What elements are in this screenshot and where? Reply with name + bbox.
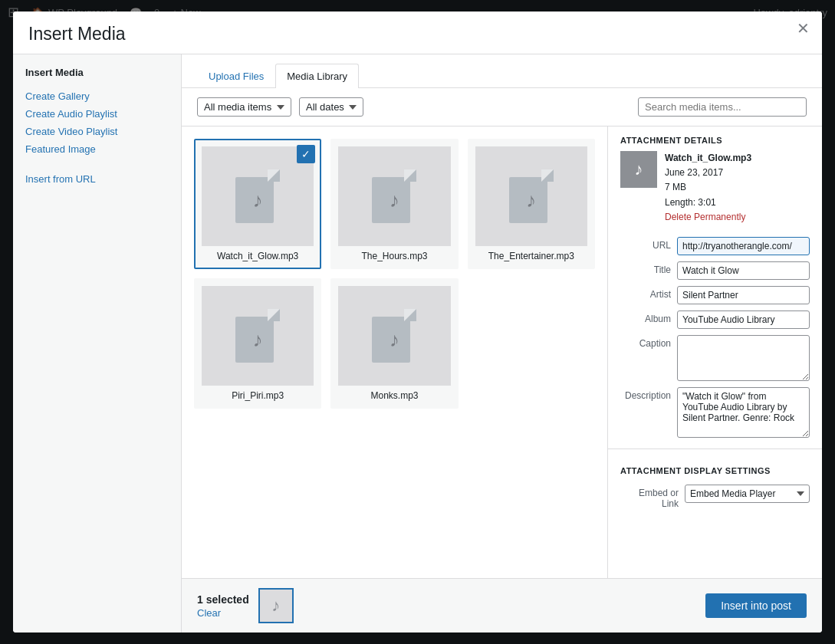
media-item-the-hours[interactable]: ♪ The_Hours.mp3 <box>330 139 458 269</box>
insert-into-post-button[interactable]: Insert into post <box>705 593 807 618</box>
insert-media-modal: Insert Media ✕ Insert Media Create Galle… <box>13 12 822 632</box>
clear-selection-link[interactable]: Clear <box>197 607 249 619</box>
artist-label: Artist <box>620 286 671 300</box>
file-icon: ♪ <box>509 169 554 223</box>
sidebar-item-create-video[interactable]: Create Video Playlist <box>13 123 181 140</box>
attachment-details-title: ATTACHMENT DETAILS <box>608 127 822 151</box>
delete-permanently-link[interactable]: Delete Permanently <box>665 212 745 222</box>
selected-checkmark: ✓ <box>297 145 315 163</box>
url-input[interactable] <box>677 237 810 255</box>
title-input[interactable] <box>677 261 810 280</box>
media-thumb-the-entertainer: ♪ <box>475 146 587 246</box>
media-item-monks[interactable]: ♪ Monks.mp3 <box>330 278 458 409</box>
attachment-music-icon: ♪ <box>635 159 643 179</box>
footer-music-note-icon: ♪ <box>271 596 280 616</box>
attachment-date: June 23, 2017 <box>665 166 751 180</box>
media-content: ✓ ♪ Watch_it_Glow.mp3 <box>182 127 822 578</box>
url-field-row: URL <box>608 234 822 258</box>
sidebar-item-create-audio[interactable]: Create Audio Playlist <box>13 105 181 123</box>
footer-selected-info: 1 selected Clear <box>197 593 249 619</box>
description-field-row: Description "Watch it Glow" from YouTube… <box>608 384 822 441</box>
media-item-piri-piri[interactable]: ♪ Piri_Piri.mp3 <box>194 278 321 409</box>
attachment-size: 7 MB <box>665 180 751 195</box>
modal-body: Insert Media Create Gallery Create Audio… <box>13 54 822 632</box>
attachment-filename: Watch_it_Glow.mp3 <box>665 151 751 166</box>
caption-textarea[interactable] <box>677 335 810 381</box>
description-textarea[interactable]: "Watch it Glow" from YouTube Audio Libra… <box>677 387 810 438</box>
music-note-icon: ♪ <box>390 189 399 212</box>
sidebar-item-create-gallery[interactable]: Create Gallery <box>13 87 181 105</box>
media-thumb-piri-piri: ♪ <box>202 286 314 386</box>
media-thumb-monks: ♪ <box>338 286 450 386</box>
media-item-name: The_Entertainer.mp3 <box>488 251 574 261</box>
modal-title: Insert Media <box>28 24 807 44</box>
embed-or-link-row: Embed or Link Embed Media Player Link to… <box>608 481 822 512</box>
embed-or-link-label: Embed or Link <box>620 485 679 509</box>
embed-or-link-select[interactable]: Embed Media Player Link to Media File Li… <box>685 485 810 503</box>
detail-divider <box>608 449 822 449</box>
modal-close-button[interactable]: ✕ <box>797 21 810 36</box>
album-input[interactable] <box>677 310 810 329</box>
media-item-the-entertainer[interactable]: ♪ The_Entertainer.mp3 <box>468 139 595 269</box>
artist-field-row: Artist <box>608 283 822 307</box>
tab-upload[interactable]: Upload Files <box>197 64 275 88</box>
attachment-thumb: ♪ <box>620 151 657 188</box>
music-note-icon: ♪ <box>390 328 399 352</box>
caption-field-row: Caption <box>608 332 822 384</box>
caption-label: Caption <box>620 335 671 349</box>
media-grid: ✓ ♪ Watch_it_Glow.mp3 <box>182 127 607 578</box>
file-icon: ♪ <box>235 169 280 223</box>
footer-thumb-preview: ♪ <box>258 588 294 623</box>
display-settings-title: ATTACHMENT DISPLAY SETTINGS <box>608 457 822 481</box>
attachment-info: ♪ Watch_it_Glow.mp3 June 23, 2017 7 MB L… <box>608 151 822 234</box>
file-icon: ♪ <box>235 309 280 363</box>
modal-header: Insert Media ✕ <box>13 12 822 54</box>
file-icon: ♪ <box>372 309 416 363</box>
modal-sidebar: Insert Media Create Gallery Create Audio… <box>13 54 182 632</box>
attachment-length: Length: 3:01 <box>665 196 751 210</box>
sidebar-item-featured-image[interactable]: Featured Image <box>13 140 181 158</box>
music-note-icon: ♪ <box>526 189 536 212</box>
title-label: Title <box>620 261 671 275</box>
music-note-icon: ♪ <box>253 328 263 352</box>
media-item-name: The_Hours.mp3 <box>361 251 427 261</box>
media-toolbar: All media items All dates <box>182 88 822 127</box>
album-label: Album <box>620 310 671 324</box>
tab-media-library[interactable]: Media Library <box>275 64 359 88</box>
detail-panel: ATTACHMENT DETAILS ♪ Watch_it_Glow.mp3 J… <box>607 127 822 578</box>
album-field-row: Album <box>608 307 822 332</box>
tab-bar: Upload Files Media Library <box>182 54 822 88</box>
media-item-watch-it-glow[interactable]: ✓ ♪ Watch_it_Glow.mp3 <box>194 139 321 269</box>
selected-count: 1 selected <box>197 593 249 606</box>
artist-input[interactable] <box>677 286 810 304</box>
url-label: URL <box>620 237 671 251</box>
media-thumb-the-hours: ♪ <box>338 146 450 246</box>
search-input[interactable] <box>638 97 807 117</box>
sidebar-title: Insert Media <box>13 67 181 87</box>
title-field-row: Title <box>608 258 822 283</box>
filter-media-select[interactable]: All media items <box>197 97 291 117</box>
sidebar-item-insert-url[interactable]: Insert from URL <box>13 170 181 188</box>
music-note-icon: ♪ <box>253 189 263 212</box>
file-icon: ♪ <box>372 169 416 223</box>
modal-overlay: Insert Media ✕ Insert Media Create Galle… <box>0 0 835 644</box>
description-label: Description <box>620 387 671 401</box>
media-item-name: Watch_it_Glow.mp3 <box>217 251 298 261</box>
modal-footer: 1 selected Clear ♪ Insert into post <box>182 578 822 632</box>
media-item-name: Piri_Piri.mp3 <box>232 390 284 401</box>
modal-main: Upload Files Media Library All media ite… <box>182 54 822 632</box>
filter-dates-select[interactable]: All dates <box>299 97 363 117</box>
media-item-name: Monks.mp3 <box>370 390 418 401</box>
attachment-meta: Watch_it_Glow.mp3 June 23, 2017 7 MB Len… <box>665 151 751 225</box>
